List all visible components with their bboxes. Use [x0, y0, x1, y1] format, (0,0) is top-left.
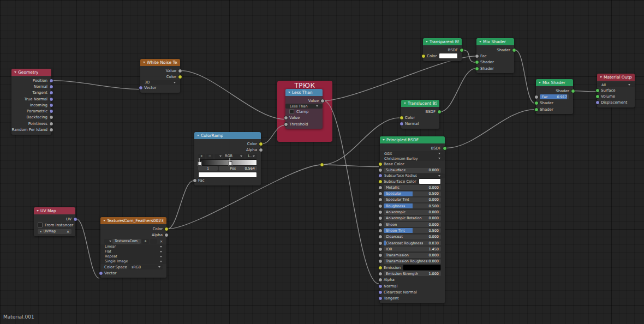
- node-link: [168, 165, 322, 229]
- node-link: [181, 71, 284, 119]
- node-link: [322, 118, 400, 165]
- node-link: [262, 125, 284, 144]
- node-link: [324, 101, 379, 284]
- active-material-label: Material.001: [3, 314, 34, 320]
- node-link: [574, 91, 596, 92]
- node-link: [168, 181, 193, 229]
- node-link: [440, 69, 475, 112]
- node-link: [324, 56, 475, 101]
- node-link: [76, 219, 99, 278]
- node-wires: [0, 0, 644, 324]
- node-link: [322, 165, 379, 167]
- node-link: [515, 50, 535, 104]
- node-link: [446, 110, 535, 148]
- node-link: [52, 81, 139, 89]
